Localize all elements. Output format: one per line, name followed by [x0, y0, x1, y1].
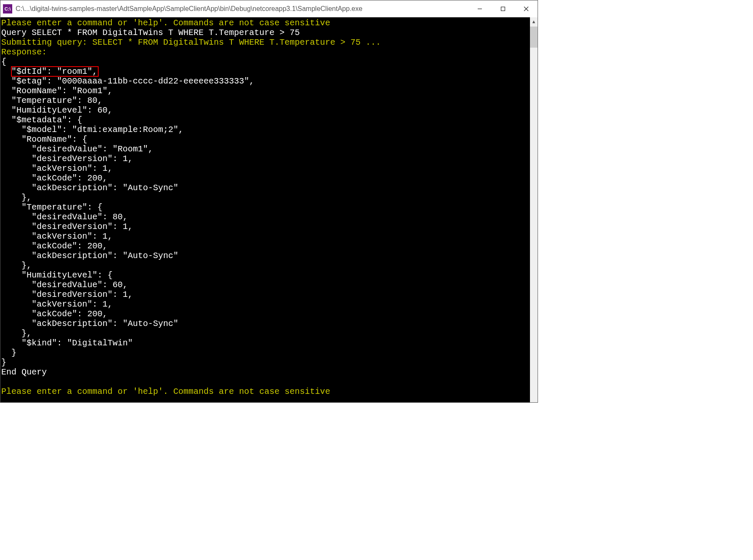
- terminal-line: },: [1, 328, 530, 338]
- vertical-scrollbar[interactable]: ▲ ▼: [530, 17, 538, 402]
- terminal-line: Submitting query: SELECT * FROM DigitalT…: [1, 38, 530, 47]
- terminal-line: "$model": "dtmi:example:Room;2",: [1, 125, 530, 135]
- titlebar[interactable]: C:\ C:\...\digital-twins-samples-master\…: [0, 0, 538, 17]
- window-title: C:\...\digital-twins-samples-master\AdtS…: [16, 5, 468, 13]
- terminal-line: "RoomName": {: [1, 135, 530, 144]
- terminal-line: },: [1, 193, 530, 202]
- console-window: C:\ C:\...\digital-twins-samples-master\…: [0, 0, 538, 403]
- scroll-up-arrow-icon[interactable]: ▲: [530, 17, 538, 26]
- terminal-line: "ackCode": 200,: [1, 309, 530, 319]
- minimize-button[interactable]: [468, 0, 491, 17]
- svg-rect-1: [501, 7, 505, 11]
- terminal-line: "$dtId": "room1",: [1, 67, 530, 76]
- terminal-line: "$etag": "0000aaaa-11bb-cccc-dd22-eeeeee…: [1, 76, 530, 86]
- minimize-icon: [477, 6, 482, 11]
- terminal-line: "desiredValue": 80,: [1, 212, 530, 222]
- terminal-line: "Temperature": {: [1, 202, 530, 212]
- terminal-line: Please enter a command or 'help'. Comman…: [1, 18, 530, 28]
- highlight-box: "$dtId": "room1",: [11, 67, 98, 76]
- app-icon: C:\: [3, 4, 12, 13]
- terminal-line: End Query: [1, 367, 530, 377]
- terminal-line: "ackVersion": 1,: [1, 232, 530, 241]
- terminal-line: "desiredVersion": 1,: [1, 154, 530, 164]
- terminal-line: }: [1, 358, 530, 367]
- terminal-line: "desiredValue": 60,: [1, 280, 530, 290]
- terminal-line: Query SELECT * FROM DigitalTwins T WHERE…: [1, 28, 530, 38]
- terminal-line: "desiredVersion": 1,: [1, 222, 530, 232]
- terminal-line: "$metadata": {: [1, 115, 530, 125]
- terminal-line: "RoomName": "Room1",: [1, 86, 530, 96]
- close-icon: [524, 6, 529, 11]
- terminal-line: Please enter a command or 'help'. Comman…: [1, 387, 530, 396]
- terminal-line: "ackDescription": "Auto-Sync": [1, 319, 530, 328]
- terminal-line: "Temperature": 80,: [1, 96, 530, 105]
- scroll-thumb[interactable]: [530, 27, 538, 48]
- terminal-line: "$kind": "DigitalTwin": [1, 338, 530, 348]
- terminal-line: "ackCode": 200,: [1, 173, 530, 183]
- terminal-line: {: [1, 57, 530, 67]
- terminal-line: "desiredVersion": 1,: [1, 290, 530, 299]
- terminal-line: "ackVersion": 1,: [1, 164, 530, 173]
- terminal-line: "HumidityLevel": 60,: [1, 105, 530, 115]
- terminal-line: Response:: [1, 47, 530, 57]
- client-area: Please enter a command or 'help'. Comman…: [0, 17, 538, 402]
- terminal-line: }: [1, 348, 530, 358]
- terminal-line: "desiredValue": "Room1",: [1, 144, 530, 154]
- terminal-line: },: [1, 261, 530, 270]
- terminal-line: "ackVersion": 1,: [1, 299, 530, 309]
- maximize-button[interactable]: [491, 0, 514, 17]
- close-button[interactable]: [514, 0, 538, 17]
- terminal-line: [1, 377, 530, 387]
- window-controls: [468, 0, 538, 17]
- terminal-output[interactable]: Please enter a command or 'help'. Comman…: [0, 17, 530, 402]
- terminal-line: "ackCode": 200,: [1, 241, 530, 251]
- terminal-line: "ackDescription": "Auto-Sync": [1, 251, 530, 261]
- terminal-line: "ackDescription": "Auto-Sync": [1, 183, 530, 193]
- maximize-icon: [500, 6, 506, 11]
- terminal-line: "HumidityLevel": {: [1, 270, 530, 280]
